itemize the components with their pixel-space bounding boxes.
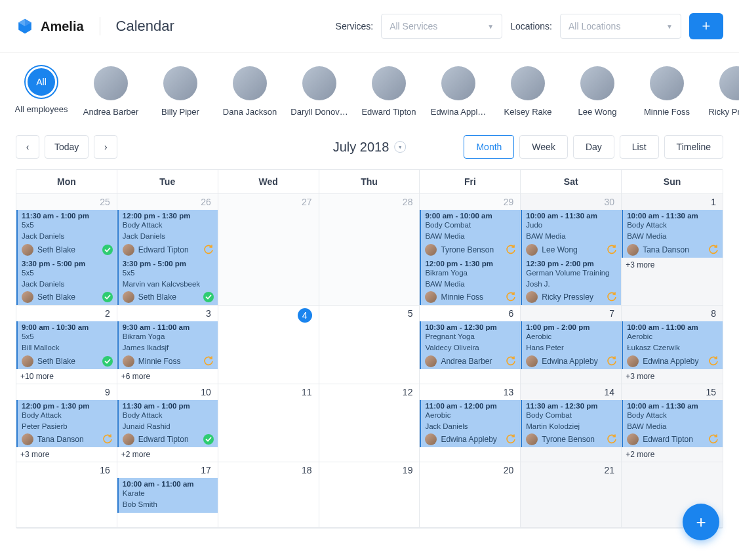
calendar-event[interactable]: 12:00 pm - 1:30 pmBikram YogaBAW MediaMi… — [420, 258, 520, 306]
prev-button[interactable]: ‹ — [16, 135, 39, 159]
services-select[interactable]: All Services ▼ — [381, 14, 502, 39]
calendar-day-cell[interactable]: 1411:30 am - 12:30 pmBody CombatMartin K… — [521, 384, 622, 463]
event-time: 10:00 am - 11:30 am — [526, 212, 617, 220]
event-employee: Tana Danson — [37, 435, 98, 444]
calendar-day-cell[interactable]: 11 — [218, 384, 319, 463]
calendar-day-cell[interactable]: 810:00 am - 11:00 amAerobicŁukasz Czerwi… — [622, 306, 723, 384]
svg-point-2 — [203, 292, 214, 302]
next-button[interactable]: › — [94, 135, 117, 159]
calendar-event[interactable]: 1:00 pm - 2:00 pmAerobicHans PeterEdwina… — [521, 321, 621, 369]
calendar-event[interactable]: 12:00 pm - 1:30 pmBody AttackJack Daniel… — [117, 210, 218, 258]
day-number: 17 — [117, 462, 218, 478]
employee-mini-avatar — [627, 433, 639, 445]
calendar-event[interactable]: 10:00 am - 11:30 amBody AttackBAW MediaT… — [622, 210, 723, 258]
calendar-day-cell[interactable]: 28 — [319, 194, 420, 306]
more-events-link[interactable]: +2 more — [622, 447, 723, 462]
calendar-day-cell[interactable]: 1710:00 am - 11:00 amKarateBob Smith — [117, 462, 218, 528]
employee-filter-item[interactable]: Kelsey Rake — [502, 66, 553, 117]
day-header: Wed — [218, 170, 319, 194]
employee-filter-item[interactable]: Billy Piper — [155, 66, 206, 117]
calendar-day-cell[interactable]: 110:00 am - 11:30 amBody AttackBAW Media… — [622, 194, 723, 306]
more-events-link[interactable]: +10 more — [16, 369, 117, 384]
calendar-day-cell[interactable]: 1311:00 am - 12:00 pmAerobicJack Daniels… — [420, 384, 521, 463]
employee-filter-row: AllAll employeesAndrea BarberBilly Piper… — [0, 53, 739, 127]
calendar-day-cell[interactable]: 912:00 pm - 1:30 pmBody AttackPeter Pasi… — [16, 384, 117, 463]
day-header: Sun — [622, 170, 723, 194]
calendar-day-cell[interactable]: 71:00 pm - 2:00 pmAerobicHans PeterEdwin… — [521, 306, 622, 384]
view-week-button[interactable]: Week — [519, 135, 568, 159]
employee-filter-item[interactable]: Daryll Donov… — [294, 66, 345, 117]
event-service: Bikram Yoga — [123, 331, 214, 342]
calendar-event[interactable]: 10:00 am - 11:00 amAerobicŁukasz Czerwik… — [622, 321, 723, 369]
calendar-event[interactable]: 11:30 am - 1:00 pmBody AttackJunaid Rash… — [117, 400, 218, 448]
calendar-day-cell[interactable]: 12 — [319, 384, 420, 463]
calendar-event[interactable]: 9:00 am - 10:30 am5x5Bill MallockSeth Bl… — [16, 321, 117, 369]
calendar-day-cell[interactable]: 27 — [218, 194, 319, 306]
calendar-day-cell[interactable]: 2511:30 am - 1:00 pm5x5Jack DanielsSeth … — [16, 194, 117, 306]
employee-filter-item[interactable]: Edwina Appl… — [433, 66, 484, 117]
employee-filter-item[interactable]: Andrea Barber — [85, 66, 136, 117]
view-list-button[interactable]: List — [620, 135, 659, 159]
calendar-day-cell[interactable]: 299:00 am - 10:00 amBody CombatBAW Media… — [420, 194, 521, 306]
employee-filter-item[interactable]: Dana Jackson — [224, 66, 275, 117]
calendar-event[interactable]: 3:30 pm - 5:00 pm5x5Jack DanielsSeth Bla… — [16, 258, 117, 306]
calendar-day-cell[interactable]: 18 — [218, 462, 319, 528]
event-service: 5x5 — [22, 268, 113, 279]
calendar-day-cell[interactable]: 21 — [521, 462, 622, 528]
chevron-right-icon: › — [104, 142, 108, 152]
status-pending-icon — [607, 356, 617, 367]
more-events-link[interactable]: +3 more — [622, 369, 723, 384]
today-button[interactable]: Today — [45, 135, 89, 159]
month-picker-button[interactable]: ▼ — [394, 141, 406, 153]
calendar-day-cell[interactable]: 1510:00 am - 11:30 amBody AttackBAW Medi… — [622, 384, 723, 463]
event-employee: Edward Tipton — [643, 435, 704, 444]
event-customer: BAW Media — [425, 279, 516, 290]
view-day-button[interactable]: Day — [573, 135, 614, 159]
calendar-day-cell[interactable]: 3010:00 am - 11:30 amJudoBAW MediaLee Wo… — [521, 194, 622, 306]
calendar-event[interactable]: 10:00 am - 11:30 amBody AttackBAW MediaE… — [622, 400, 723, 448]
add-button[interactable]: + — [689, 13, 723, 39]
calendar-day-cell[interactable]: 39:30 am - 11:00 amBikram YogaJames Ikad… — [117, 306, 218, 384]
event-customer: Jack Daniels — [22, 231, 113, 242]
calendar-event[interactable]: 11:00 am - 12:00 pmAerobicJack DanielsEd… — [420, 400, 520, 448]
employee-filter-item[interactable]: Lee Wong — [572, 66, 623, 117]
calendar-day-cell[interactable]: 19 — [319, 462, 420, 528]
employee-filter-item[interactable]: AllAll employees — [16, 66, 67, 117]
more-events-link[interactable]: +6 more — [117, 369, 218, 384]
view-month-button[interactable]: Month — [464, 135, 514, 159]
calendar-event[interactable]: 12:00 pm - 1:30 pmBody AttackPeter Pasie… — [16, 400, 117, 448]
event-employee: Ricky Pressley — [542, 292, 603, 302]
calendar-day-cell[interactable]: 20 — [420, 462, 521, 528]
event-time: 10:30 am - 12:30 pm — [425, 323, 516, 331]
header-divider — [100, 17, 100, 35]
view-timeline-button[interactable]: Timeline — [664, 135, 723, 159]
calendar-event[interactable]: 11:30 am - 12:30 pmBody CombatMartin Kol… — [521, 400, 621, 448]
calendar-day-cell[interactable]: 29:00 am - 10:30 am5x5Bill MallockSeth B… — [16, 306, 117, 384]
calendar-day-cell[interactable]: 5 — [319, 306, 420, 384]
calendar-event[interactable]: 10:00 am - 11:00 amKarateBob Smith — [117, 478, 218, 513]
employee-filter-item[interactable]: Minnie Foss — [641, 66, 692, 117]
more-events-link[interactable]: +3 more — [622, 258, 723, 272]
calendar-event[interactable]: 9:30 am - 11:00 amBikram YogaJames Ikads… — [117, 321, 218, 369]
employee-filter-item[interactable]: Edward Tipton — [363, 66, 414, 117]
calendar-day-cell[interactable]: 4 — [218, 306, 319, 384]
calendar-day-cell[interactable]: 16 — [16, 462, 117, 528]
calendar-event[interactable]: 11:30 am - 1:00 pm5x5Jack DanielsSeth Bl… — [16, 210, 117, 258]
employee-filter-item[interactable]: Ricky Pressley — [711, 66, 739, 117]
calendar-event[interactable]: 12:30 pm - 2:00 pmGerman Volume Training… — [521, 258, 621, 306]
locations-select[interactable]: All Locations ▼ — [560, 14, 681, 39]
event-customer: Josh J. — [526, 279, 617, 290]
more-events-link[interactable]: +2 more — [117, 447, 218, 462]
calendar-day-cell[interactable]: 610:30 am - 12:30 pmPregnant YogaValdecy… — [420, 306, 521, 384]
event-customer: Jack Daniels — [123, 231, 214, 242]
employee-avatar — [719, 66, 739, 100]
calendar-event[interactable]: 9:00 am - 10:00 amBody CombatBAW MediaTy… — [420, 210, 520, 258]
calendar-day-cell[interactable]: 2612:00 pm - 1:30 pmBody AttackJack Dani… — [117, 194, 218, 306]
employee-mini-avatar — [425, 433, 437, 445]
event-time: 10:00 am - 11:30 am — [627, 212, 719, 220]
calendar-event[interactable]: 10:00 am - 11:30 amJudoBAW MediaLee Wong — [521, 210, 621, 258]
calendar-day-cell[interactable]: 1011:30 am - 1:00 pmBody AttackJunaid Ra… — [117, 384, 218, 463]
calendar-event[interactable]: 3:30 pm - 5:00 pm5x5Marvin van Kalcvsbee… — [117, 258, 218, 306]
calendar-event[interactable]: 10:30 am - 12:30 pmPregnant YogaValdecy … — [420, 321, 520, 369]
more-events-link[interactable]: +3 more — [16, 447, 117, 462]
